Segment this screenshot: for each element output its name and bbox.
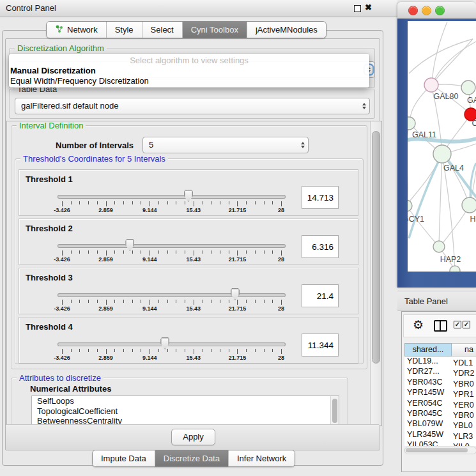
thresholds-group-title: Threshold's Coordinates for 5 Intervals	[20, 154, 168, 164]
apply-button[interactable]: Apply	[171, 429, 215, 445]
slider-track[interactable]	[58, 293, 286, 297]
slider-tick	[106, 300, 107, 305]
slider-handle[interactable]	[160, 337, 169, 349]
slider-tick	[123, 349, 124, 352]
slider-tick	[123, 250, 124, 254]
cell-name: YIL0	[453, 442, 470, 446]
threshold-value-field[interactable]	[302, 235, 339, 258]
slider-tick	[220, 250, 220, 254]
network-window-titlebar	[397, 2, 476, 19]
network-node-green[interactable]	[433, 145, 451, 163]
cell-shared-name: YDL19...	[404, 357, 453, 365]
network-canvas[interactable]: GAL80GACGAL11GAL4GCY1HHAP2	[408, 21, 476, 272]
table-row[interactable]: YDL19...YDL1	[404, 357, 476, 367]
attribute-item[interactable]: SelfLoops	[32, 396, 339, 406]
slider-tick	[185, 250, 185, 254]
slider-tick	[141, 349, 141, 352]
network-node-green[interactable]	[461, 81, 475, 95]
cell-shared-name: YLR345W	[404, 430, 453, 439]
table-row[interactable]: YIL053CYIL0	[404, 440, 476, 446]
network-window-frame: GAL80GACGAL11GAL4GCY1HHAP2	[397, 19, 476, 288]
slider-handle[interactable]	[125, 239, 134, 251]
numerical-attributes-list[interactable]: SelfLoopsTopologicalCoefficientBetweenne…	[31, 395, 339, 426]
close-icon[interactable]: ✖	[365, 3, 372, 12]
slider-tick-label: 2.859	[88, 355, 124, 361]
network-node-green[interactable]	[450, 266, 460, 272]
screen: Control Panel ✖ NetworkStyleSelectCyni T…	[0, 0, 476, 476]
algorithm-option-equal-width[interactable]: Equal Width/Frequency Discretization	[10, 76, 149, 86]
slider-tick-label: 15.43	[176, 256, 211, 263]
column-header-name[interactable]: na	[452, 343, 476, 357]
attributes-scrollbar[interactable]	[330, 396, 339, 426]
table-row[interactable]: YBR043CYBR0	[404, 378, 476, 388]
network-node-green[interactable]	[433, 241, 445, 252]
table-row[interactable]: YBL079WYBL0	[404, 419, 476, 429]
table-hscrollbar[interactable]	[404, 447, 476, 454]
network-node-pink[interactable]	[424, 78, 438, 92]
panel-scrollbar-thumb[interactable]	[372, 131, 380, 364]
algorithm-option-manual[interactable]: Manual Discretization	[10, 66, 96, 75]
slider-tick	[158, 201, 159, 204]
table-row[interactable]: YER054CYER0	[404, 399, 476, 409]
cell-shared-name: YER054C	[404, 399, 453, 408]
tab-discretize-data[interactable]: Discretize Data	[155, 450, 228, 466]
close-traffic-light[interactable]	[408, 6, 418, 15]
slider-handle[interactable]	[184, 190, 193, 202]
slider-track[interactable]	[58, 244, 286, 248]
control-panel-titlebar: Control Panel ✖	[0, 0, 397, 17]
checkbox-checked-icon[interactable]: ✓	[463, 321, 470, 328]
tab-impute-data[interactable]: Impute Data	[93, 450, 155, 466]
algorithm-prompt-option: Select algorithm to view settings	[9, 56, 369, 65]
column-header-shared-name[interactable]: shared...	[404, 343, 452, 357]
cell-shared-name: YPR145W	[404, 388, 453, 397]
zoom-traffic-light[interactable]	[435, 6, 445, 15]
attributes-scrollbar-thumb[interactable]	[332, 399, 337, 423]
network-view-window: GAL80GACGAL11GAL4GCY1HHAP2	[397, 2, 476, 288]
table-data-combobox[interactable]: galFiltered.sif default node	[15, 98, 370, 114]
table-row[interactable]: YDR27...YDR2	[404, 367, 476, 377]
table-row[interactable]: YBR045CYBR0	[404, 409, 476, 419]
network-node-green[interactable]	[408, 200, 412, 211]
slider-tick-label: 28	[263, 256, 299, 263]
slider-tick	[132, 300, 133, 303]
network-node-green[interactable]	[462, 197, 476, 213]
num-intervals-label: Number of Intervals	[56, 141, 134, 150]
table-data-combo-stepper[interactable]	[362, 103, 366, 109]
tab-cyni-toolbox[interactable]: Cyni Toolbox	[182, 22, 247, 38]
tab-network[interactable]: Network	[47, 22, 106, 38]
slider-tick	[97, 250, 98, 254]
panel-scrollbar[interactable]	[370, 121, 381, 426]
slider-tick-label: 15.43	[176, 355, 211, 361]
table-hscrollbar-thumb[interactable]	[406, 448, 468, 452]
slider-tick	[229, 201, 229, 204]
threshold-value-field[interactable]	[302, 284, 339, 307]
tab-jactivemnodules[interactable]: jActiveMNodules	[247, 22, 326, 38]
threshold-value-field[interactable]	[302, 186, 339, 209]
slider-tick	[176, 300, 176, 303]
table-row[interactable]: YPR145WYPR1	[404, 388, 476, 398]
slider-track[interactable]	[58, 342, 286, 346]
num-intervals-stepper[interactable]	[301, 142, 305, 148]
table-row[interactable]: YLR345WYLR3	[404, 430, 476, 440]
slider-handle[interactable]	[231, 288, 240, 300]
slider-tick	[220, 300, 220, 303]
node-label: GA	[467, 96, 476, 105]
slider-tick	[237, 201, 238, 206]
threshold-value-field[interactable]	[302, 334, 339, 357]
tab-style[interactable]: Style	[106, 22, 142, 38]
checkbox-checked-icon[interactable]: ✓	[454, 321, 461, 328]
tab-infer-network[interactable]: Infer Network	[228, 450, 295, 466]
slider-tick	[158, 250, 159, 254]
float-window-icon[interactable]	[354, 5, 361, 12]
columns-icon[interactable]	[434, 320, 447, 332]
gear-icon[interactable]: ⚙	[413, 318, 424, 333]
attribute-item[interactable]: TopologicalCoefficient	[32, 406, 339, 417]
tab-select[interactable]: Select	[142, 22, 182, 38]
node-label: GCY1	[408, 215, 424, 224]
slider-tick-label: 9.144	[132, 305, 167, 312]
minimize-traffic-light[interactable]	[422, 6, 431, 15]
num-intervals-combobox[interactable]: 5	[142, 137, 309, 153]
slider-tick	[79, 300, 80, 303]
algorithm-group-title: Discretization Algorithm	[15, 43, 107, 53]
slider-track[interactable]	[58, 195, 286, 199]
